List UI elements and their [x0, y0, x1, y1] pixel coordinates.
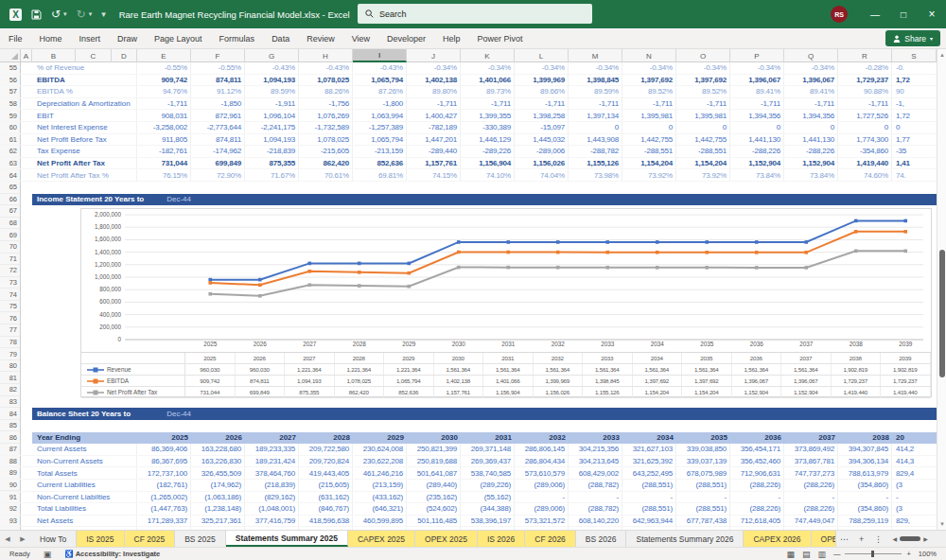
cell[interactable]: 1,094,193 — [245, 75, 299, 86]
cell[interactable]: -15,097 — [515, 122, 569, 133]
cell[interactable]: (524,602) — [407, 503, 461, 515]
cell[interactable]: 1,401,066 — [461, 75, 515, 86]
cell[interactable]: -218,839 — [245, 146, 299, 157]
year-header-cell[interactable]: 2031 — [461, 433, 515, 442]
cell[interactable]: -1,850 — [191, 98, 245, 110]
row-header-68[interactable]: 68 — [0, 218, 20, 230]
cell[interactable]: -1,711 — [515, 98, 569, 110]
row-label[interactable]: Net Interest Expense — [32, 122, 137, 133]
row-label[interactable]: Current Liabilities — [32, 480, 137, 491]
cell[interactable]: 325,217,361 — [191, 516, 245, 527]
year-header-cell[interactable]: 2030 — [407, 433, 461, 442]
cell[interactable]: 460,599,895 — [353, 516, 407, 527]
cell[interactable]: 90 — [892, 86, 937, 97]
cell[interactable]: 909,742 — [137, 75, 191, 86]
ribbon-tab-developer[interactable]: Developer — [378, 28, 434, 49]
column-header-S[interactable]: S — [892, 49, 937, 62]
sheet-tab-how-to[interactable]: How To — [30, 531, 77, 547]
cell[interactable]: 1,156,904 — [461, 158, 515, 169]
cell[interactable]: -0.34% — [569, 62, 622, 74]
cell[interactable]: 163,228,680 — [191, 444, 245, 455]
row-header-76[interactable]: 76 — [0, 312, 20, 324]
cell[interactable]: -0.34% — [622, 62, 676, 74]
cell[interactable]: -0.34% — [461, 62, 515, 74]
scroll-down-icon[interactable]: ▼ — [937, 518, 946, 530]
cell[interactable]: 89.80% — [407, 86, 461, 97]
cell[interactable]: 862,420 — [299, 158, 353, 169]
cell[interactable]: 461,246,216 — [353, 467, 407, 479]
cell[interactable]: 69.81% — [353, 169, 407, 181]
cell[interactable]: (288,782) — [569, 480, 622, 491]
cell[interactable]: -0.28% — [838, 62, 892, 74]
cell[interactable]: 73.92% — [676, 169, 730, 181]
cell[interactable]: 73.84% — [784, 169, 838, 181]
cell[interactable]: (218,839) — [245, 480, 299, 491]
sheet-tab-is-2026[interactable]: IS 2026 — [478, 531, 525, 547]
cell[interactable]: 74.60% — [838, 169, 892, 181]
cell[interactable]: -288,226 — [784, 146, 838, 157]
accessibility-status[interactable]: ♿ Accessibility: Investigate — [64, 550, 160, 558]
cell[interactable]: 1,399,355 — [461, 110, 515, 121]
cell[interactable]: (55,162) — [461, 492, 515, 503]
cell[interactable]: -1,711 — [784, 98, 838, 110]
row-label[interactable]: EBITDA — [32, 75, 137, 86]
cell[interactable]: 1,402,138 — [407, 75, 461, 86]
cell[interactable]: 1,400,427 — [407, 110, 461, 121]
cell[interactable]: 1,063,994 — [353, 110, 407, 121]
column-header-G[interactable]: G — [245, 49, 299, 62]
cell[interactable]: 230,622,208 — [353, 456, 407, 467]
share-button[interactable]: Share ▾ — [885, 30, 940, 46]
cell[interactable]: 88.26% — [299, 86, 353, 97]
column-header-D[interactable]: D — [112, 49, 137, 62]
column-header-O[interactable]: O — [676, 49, 730, 62]
year-header-cell[interactable]: 2034 — [622, 433, 676, 442]
cell[interactable]: -1,711 — [622, 98, 676, 110]
cell[interactable]: 712,618,405 — [730, 516, 784, 527]
cell[interactable]: -0.34% — [730, 62, 784, 74]
cell[interactable]: 230,624,008 — [353, 444, 407, 455]
cell[interactable]: 171,289,337 — [137, 516, 191, 527]
cell[interactable]: -182,761 — [137, 146, 191, 157]
cell[interactable]: 908,031 — [137, 110, 191, 121]
cell[interactable]: 1,397,692 — [676, 75, 730, 86]
cell[interactable]: 286,804,434 — [515, 456, 569, 467]
cell[interactable]: (288,551) — [622, 503, 676, 515]
cell[interactable]: - — [676, 492, 730, 503]
cell[interactable]: 1,152,904 — [784, 158, 838, 169]
cell[interactable]: 747,737,273 — [784, 467, 838, 479]
year-header-cell[interactable]: 2029 — [353, 433, 407, 442]
cell[interactable]: -2,773,644 — [191, 122, 245, 133]
column-header-L[interactable]: L — [515, 49, 569, 62]
add-sheet-button[interactable]: + — [853, 531, 870, 547]
ribbon-tab-file[interactable]: File — [0, 28, 31, 49]
cell[interactable]: 712,906,631 — [730, 467, 784, 479]
sheet-tab-opex-2025[interactable]: OPEX 2025 — [415, 531, 478, 547]
cell[interactable]: 394,306,134 — [838, 456, 892, 467]
cell[interactable]: (1,048,001) — [245, 503, 299, 515]
row-header-78[interactable]: 78 — [0, 337, 20, 349]
cell[interactable]: 874,811 — [191, 75, 245, 86]
column-header-C[interactable]: C — [76, 49, 112, 62]
sheet-tab-capex-2026[interactable]: CAPEX 2026 — [744, 531, 811, 547]
cell[interactable]: 731,044 — [137, 158, 191, 169]
cell[interactable]: (1,265,002) — [137, 492, 191, 503]
row-header-75[interactable]: 75 — [0, 301, 20, 313]
cell[interactable]: (829,162) — [245, 492, 299, 503]
cell[interactable]: -354,860 — [838, 146, 892, 157]
cell[interactable]: 209,722,580 — [299, 444, 353, 455]
cell[interactable]: 699,849 — [191, 158, 245, 169]
ribbon-tab-insert[interactable]: Insert — [71, 28, 110, 49]
cell[interactable]: -1,756 — [299, 98, 353, 110]
column-header-E[interactable]: E — [137, 49, 191, 62]
cell[interactable]: 573,610,579 — [515, 467, 569, 479]
zoom-track[interactable] — [845, 553, 902, 554]
cell[interactable]: 414,3 — [892, 456, 937, 467]
income-statement-section-header[interactable]: Income Statement 20 Years to Dec-44 — [32, 194, 937, 206]
cell[interactable]: 74. — [892, 169, 937, 181]
sheet-tab-cf-2026[interactable]: CF 2026 — [525, 531, 576, 547]
cell[interactable]: -3,258,002 — [137, 122, 191, 133]
undo-icon[interactable]: ↺ — [51, 9, 61, 20]
cell[interactable]: -1,711 — [730, 98, 784, 110]
cell[interactable]: 71.67% — [245, 169, 299, 181]
cell[interactable]: 1,441,130 — [730, 134, 784, 146]
